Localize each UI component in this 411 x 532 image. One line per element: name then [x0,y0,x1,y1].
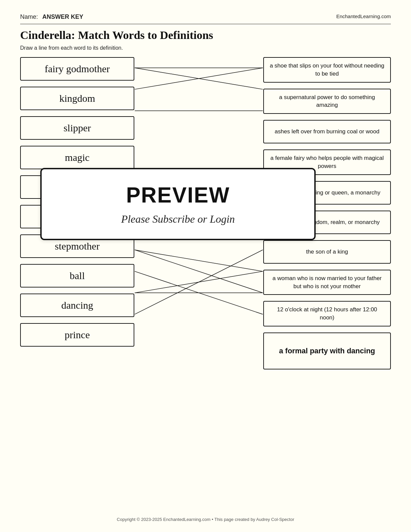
site-name: EnchantedLearning.com [336,13,391,19]
page: Name: ANSWER KEY EnchantedLearning.com C… [0,0,411,532]
footer: Copyright © 2023-2025 EnchantedLearning.… [0,517,411,522]
word-dancing: dancing [20,294,134,317]
preview-title: PREVIEW [62,183,294,208]
answer-key: ANSWER KEY [42,13,83,20]
preview-subtitle: Please Subscribe or Login [62,213,294,225]
word-ball: ball [20,264,134,287]
word-fairy-godmother: fairy godmother [20,57,134,81]
def-cinder: ashes left over from burning coal or woo… [263,120,391,143]
def-slipper: a shoe that slips on your foot without n… [263,57,391,83]
match-area: fairy godmother kingdom slipper magic mi… [20,57,391,369]
preview-overlay: PREVIEW Please Subscribe or Login [40,168,316,240]
header: Name: ANSWER KEY EnchantedLearning.com [20,13,391,20]
name-label: Name: [20,13,38,20]
word-magic: magic [20,146,134,169]
word-prince: prince [20,323,134,347]
page-title: Cinderella: Match Words to Definitions [20,29,391,42]
def-prince: the son of a king [263,240,391,264]
divider [20,24,391,24]
def-ball: a formal party with dancing [263,332,391,369]
instruction: Draw a line from each word to its defini… [20,45,391,51]
def-stepmother: a woman who is now married to your fathe… [263,270,391,295]
word-slipper: slipper [20,116,134,140]
def-dancing: 12 o'clock at night (12 hours after 12:0… [263,301,391,326]
def-magic: a supernatural power to do something ama… [263,89,391,114]
word-kingdom: kingdom [20,87,134,110]
name-line: Name: ANSWER KEY [20,13,83,20]
